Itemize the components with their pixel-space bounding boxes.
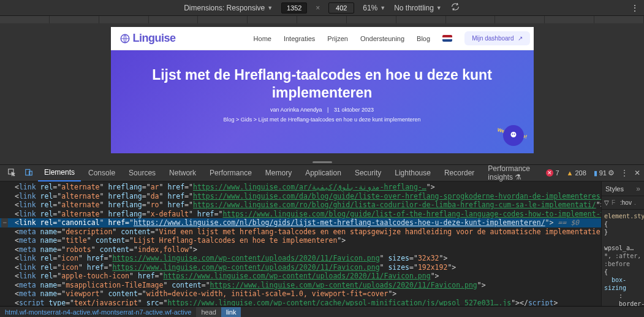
chevron-right-icon[interactable]: » — [636, 185, 640, 193]
zoom-dropdown[interactable]: 61% ▼ — [363, 4, 385, 12]
gear-icon[interactable]: ⚙ — [608, 169, 615, 177]
tab-lighthouse[interactable]: Lighthouse — [388, 165, 437, 181]
chevron-down-icon: ▼ — [380, 5, 385, 11]
info-badge[interactable]: ▮91 — [594, 169, 607, 177]
device-toolbar: Dimensions: Responsive ▼ × 61% ▼ No thro… — [0, 0, 644, 16]
site-navbar: Linguise Home Integraties Prijzen Onders… — [111, 27, 534, 50]
selected-source-line[interactable]: ⋯<link rel="canonical" href="https://www… — [0, 218, 601, 227]
styles-pane: Styles » ▽ :hov . element.style {} wpsol… — [601, 181, 644, 306]
devtools-body: <link rel="alternate" hreflang="ar" href… — [0, 181, 644, 306]
grip-icon — [313, 161, 332, 163]
nav-prijzen[interactable]: Prijzen — [327, 35, 348, 42]
dimensions-label: Dimensions: Responsive — [184, 4, 265, 12]
hero-breadcrumb: Blog > Gids > Lijst met de Hreflang-taal… — [135, 116, 509, 123]
svg-point-1 — [510, 132, 516, 137]
device-ruler — [0, 16, 644, 23]
brand-text: Linguise — [133, 32, 176, 45]
crumb-link[interactable]: link — [221, 307, 241, 317]
hov-toggle[interactable]: :hov — [620, 199, 632, 206]
nav-ondersteuning[interactable]: Ondersteuning — [360, 35, 404, 42]
tab-security[interactable]: Security — [349, 165, 387, 181]
device-toggle-icon[interactable] — [21, 166, 37, 181]
tab-sources[interactable]: Sources — [123, 165, 162, 181]
close-icon[interactable]: ✕ — [634, 169, 640, 177]
rotate-icon[interactable] — [450, 2, 460, 13]
nav-blog[interactable]: Blog — [417, 35, 430, 42]
tab-memory[interactable]: Memory — [259, 165, 298, 181]
kebab-icon[interactable]: ⋮ — [621, 169, 628, 177]
chevron-down-icon: ▼ — [436, 5, 442, 11]
nav-home[interactable]: Home — [254, 35, 271, 42]
svg-point-2 — [512, 134, 513, 135]
elements-source-tree[interactable]: <link rel="alternate" hreflang="ar" href… — [0, 181, 601, 306]
chat-bubble-icon[interactable] — [503, 125, 524, 146]
height-input[interactable] — [328, 2, 354, 13]
panel-drag-bar[interactable] — [0, 159, 644, 164]
device-preview-area: Linguise Home Integraties Prijzen Onders… — [0, 23, 644, 159]
crumb-head[interactable]: head — [196, 307, 221, 317]
nav-integraties[interactable]: Integraties — [284, 35, 315, 42]
styles-tab[interactable]: Styles — [605, 185, 624, 193]
hero-section: Lijst met de Hreflang-taalcodes en hoe u… — [111, 50, 534, 153]
dashboard-label: Mijn dashboard — [472, 35, 513, 42]
throttling-label: No throttling — [394, 4, 434, 12]
width-input[interactable] — [281, 2, 307, 13]
dashboard-button[interactable]: Mijn dashboard ↗ — [464, 31, 529, 45]
styles-filter-input[interactable] — [612, 199, 618, 206]
styles-rules: element.style {} wpsol_a… *, :after, :be… — [602, 210, 644, 306]
dimensions-dropdown[interactable]: Dimensions: Responsive ▼ — [184, 4, 273, 12]
kebab-icon[interactable]: ⋮ — [631, 3, 639, 13]
crumb-html[interactable]: html.wf-montserrat-n4-active.wf-montserr… — [0, 307, 196, 317]
warning-badge[interactable]: ▲208 — [567, 169, 586, 177]
dimension-x: × — [316, 4, 320, 12]
tab-console[interactable]: Console — [82, 165, 121, 181]
hero-title: Lijst met de Hreflang-taalcodes en hoe u… — [135, 66, 509, 102]
tab-application[interactable]: Application — [299, 165, 347, 181]
device-frame[interactable]: Linguise Home Integraties Prijzen Onders… — [111, 27, 534, 153]
flag-nl-icon[interactable] — [442, 35, 452, 42]
tab-recorder[interactable]: Recorder — [438, 165, 480, 181]
tab-elements[interactable]: Elements — [38, 164, 81, 181]
devtools-tabs: Elements Console Sources Network Perform… — [0, 164, 644, 181]
hero-meta: van Aorinka Anendya | 31 oktober 2023 — [135, 107, 509, 113]
inspect-icon[interactable] — [4, 166, 20, 181]
svg-point-3 — [513, 134, 515, 135]
error-badge[interactable]: ✕7 — [546, 169, 559, 177]
throttling-dropdown[interactable]: No throttling ▼ — [394, 4, 442, 12]
tab-network[interactable]: Network — [163, 165, 202, 181]
cls-toggle[interactable]: . — [634, 199, 636, 206]
filter-icon[interactable]: ▽ — [604, 199, 609, 206]
external-link-icon: ↗ — [518, 35, 523, 42]
site-logo[interactable]: Linguise — [119, 32, 176, 45]
chevron-down-icon: ▼ — [267, 5, 273, 11]
zoom-label: 61% — [363, 4, 377, 12]
beaker-icon: ⚗ — [515, 173, 521, 181]
elements-breadcrumb[interactable]: html.wf-montserrat-n4-active.wf-montserr… — [0, 306, 644, 317]
tab-performance[interactable]: Performance — [203, 165, 258, 181]
